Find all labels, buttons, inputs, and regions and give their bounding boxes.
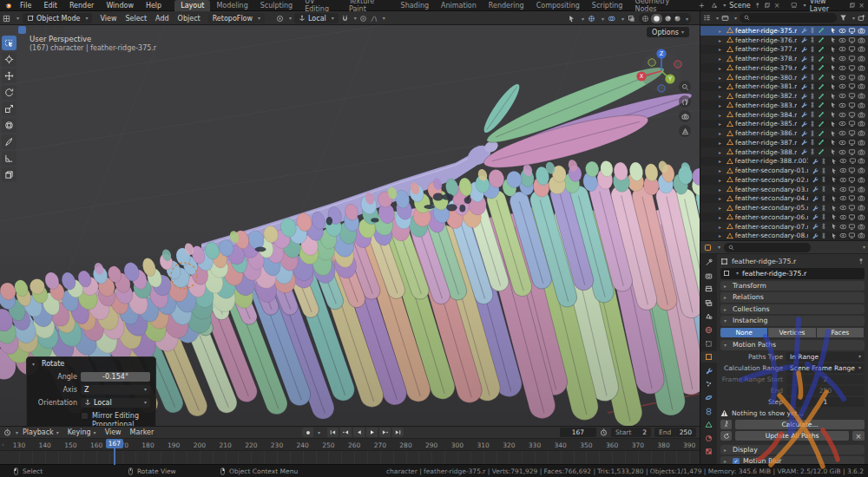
panel-motion-paths[interactable]: ▾Motion Paths xyxy=(720,340,865,350)
calculate-icon-button[interactable] xyxy=(720,420,732,429)
cursor-icon[interactable] xyxy=(830,148,837,155)
camera-icon[interactable] xyxy=(858,64,865,72)
mesh-icon[interactable] xyxy=(727,64,733,71)
wrench-icon[interactable] xyxy=(800,27,807,34)
eye-icon[interactable] xyxy=(839,194,847,202)
menu-render[interactable]: Render xyxy=(63,0,100,11)
shading-caret-icon[interactable]: ▾ xyxy=(686,16,688,22)
camera-icon[interactable] xyxy=(858,74,865,82)
object-name[interactable]: feather-ridge-388.r xyxy=(735,148,797,156)
outliner-row-feather-secondary-06-r[interactable]: ▸feather-secondary-06.r xyxy=(700,212,868,222)
object-name[interactable]: feather-secondary-01.r xyxy=(735,167,808,174)
object-name[interactable]: feather-ridge-381.r xyxy=(735,82,797,90)
pin-id-icon[interactable] xyxy=(858,258,865,265)
properties-search[interactable] xyxy=(724,243,811,252)
eye-icon[interactable] xyxy=(838,36,846,44)
tool-cursor[interactable] xyxy=(2,52,16,67)
overlays-caret-icon[interactable]: ▾ xyxy=(621,16,624,22)
cursor-icon[interactable] xyxy=(831,223,838,230)
properties-tab-texture[interactable] xyxy=(700,446,717,457)
cursor-icon[interactable] xyxy=(830,64,837,71)
object-name[interactable]: feather-secondary-02.r xyxy=(735,176,808,184)
pan-control[interactable] xyxy=(679,95,691,108)
new-view-layer-icon[interactable] xyxy=(849,2,856,9)
cursor-icon[interactable] xyxy=(830,101,837,108)
tool-scale[interactable] xyxy=(2,101,16,116)
properties-tab-scene[interactable] xyxy=(700,310,717,322)
new-collection-icon[interactable] xyxy=(858,14,865,22)
object-name[interactable]: feather-ridge-375.r xyxy=(735,27,797,35)
monitor-icon[interactable] xyxy=(848,55,856,62)
camera-icon[interactable] xyxy=(858,232,865,239)
tool-measure[interactable] xyxy=(2,151,16,166)
expand-icon[interactable]: ▸ xyxy=(719,158,725,164)
current-frame-field[interactable]: 167 xyxy=(560,428,596,437)
bone-icon[interactable] xyxy=(818,83,825,90)
workspace-tab-compositing[interactable]: Compositing xyxy=(530,0,586,11)
menu-file[interactable]: File xyxy=(14,0,37,11)
tool-annotate[interactable] xyxy=(2,134,16,149)
monitor-icon[interactable] xyxy=(848,167,856,174)
wrench-icon[interactable] xyxy=(800,139,807,146)
cursor-icon[interactable] xyxy=(831,213,838,220)
camera-icon[interactable] xyxy=(858,101,865,109)
visibility-caret-icon[interactable]: ▾ xyxy=(582,16,584,22)
pivot-caret-icon[interactable]: ▾ xyxy=(289,16,292,21)
monitor-icon[interactable] xyxy=(848,139,856,147)
expand-icon[interactable]: ▸ xyxy=(719,65,725,71)
play-reverse-button[interactable] xyxy=(353,428,365,437)
camera-icon[interactable] xyxy=(858,204,865,212)
camera-view-control[interactable] xyxy=(679,110,691,122)
panel-transform[interactable]: ▸Transform xyxy=(720,281,865,291)
wrench-icon[interactable] xyxy=(812,232,819,239)
eye-icon[interactable] xyxy=(839,232,847,239)
eye-icon[interactable] xyxy=(838,139,846,147)
editor-type-caret-icon[interactable]: ▾ xyxy=(16,16,19,21)
mesh-icon[interactable] xyxy=(727,176,733,183)
shading-material-icon[interactable] xyxy=(664,15,672,23)
camera-icon[interactable] xyxy=(858,139,865,147)
object-name[interactable]: feather-ridge-383.r xyxy=(735,101,797,109)
outliner-row-feather-secondary-08-r[interactable]: ▸feather-secondary-08.r xyxy=(700,232,868,241)
camera-icon[interactable] xyxy=(858,111,865,119)
eye-icon[interactable] xyxy=(838,101,846,109)
workspace-tab-modeling[interactable]: Modeling xyxy=(210,0,253,11)
shading-solid-active[interactable] xyxy=(651,14,662,23)
armature-icon[interactable] xyxy=(820,167,827,174)
eye-icon[interactable] xyxy=(839,204,847,212)
axis-dropdown[interactable]: Z▾ xyxy=(81,385,150,395)
eye-icon[interactable] xyxy=(838,27,846,35)
outliner-display-caret-icon[interactable]: ▾ xyxy=(716,16,719,21)
select-mode-option-3[interactable] xyxy=(47,26,55,34)
wrench-icon[interactable] xyxy=(800,111,807,118)
timeline-editor-icon[interactable] xyxy=(3,428,11,436)
outliner-row-feather-ridge-377-r[interactable]: ▸feather-ridge-377.r xyxy=(700,45,868,55)
monitor-icon[interactable] xyxy=(848,82,856,90)
outliner-row-feather-ridge-388-r-001[interactable]: ▸feather-ridge-388.r.001 xyxy=(700,157,868,167)
expand-icon[interactable]: ▸ xyxy=(719,37,725,43)
snap-caret-icon[interactable]: ▾ xyxy=(354,16,357,21)
pin-icon[interactable] xyxy=(754,2,761,9)
outliner-row-feather-secondary-02-r[interactable]: ▸feather-secondary-02.r xyxy=(700,175,868,185)
calculate-button[interactable]: Calculate... xyxy=(735,420,865,429)
retopoflow-menu[interactable]: RetopoFlow ▾ xyxy=(208,13,265,23)
workspace-tab-scripting[interactable]: Scripting xyxy=(586,0,629,11)
mesh-icon[interactable] xyxy=(727,186,733,193)
monitor-icon[interactable] xyxy=(848,176,856,184)
mesh-icon[interactable] xyxy=(727,195,733,202)
select-mode-option-4[interactable] xyxy=(56,26,64,34)
outliner-row-feather-ridge-378-r[interactable]: ▸feather-ridge-378.r xyxy=(700,54,868,63)
armature-icon[interactable] xyxy=(820,176,827,183)
timeline-channel-area[interactable] xyxy=(0,451,700,465)
tool-select-box[interactable] xyxy=(2,36,16,50)
gizmos-caret-icon[interactable]: ▾ xyxy=(602,16,604,22)
wrench-icon[interactable] xyxy=(812,158,819,165)
eye-icon[interactable] xyxy=(839,167,847,174)
object-name[interactable]: feather-ridge-388.r.001 xyxy=(735,157,809,165)
view-layer-caret-icon[interactable]: ▾ xyxy=(804,3,806,8)
armature-icon[interactable] xyxy=(809,130,816,137)
outliner-row-feather-ridge-384-r[interactable]: ▸feather-ridge-384.r xyxy=(700,110,868,120)
expand-icon[interactable]: ▸ xyxy=(719,167,725,173)
play-button[interactable] xyxy=(366,428,378,437)
monitor-icon[interactable] xyxy=(848,64,856,72)
